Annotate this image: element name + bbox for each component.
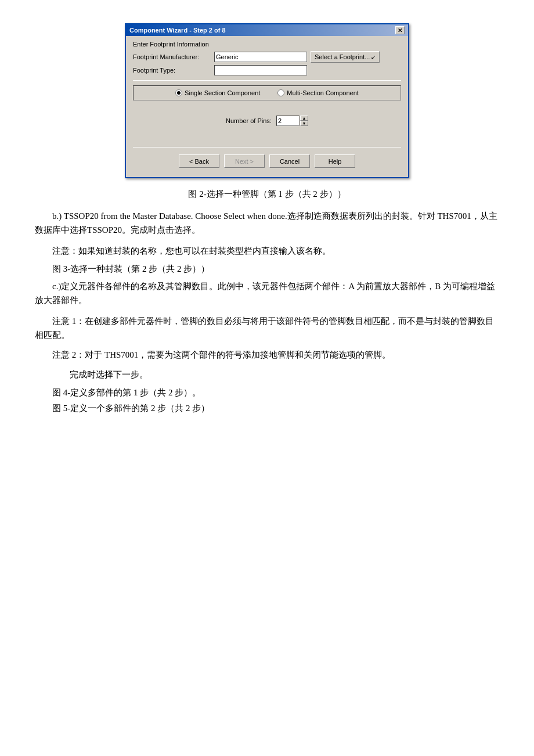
next-button[interactable]: Next > — [224, 154, 265, 168]
dialog-wrapper: Component Wizard - Step 2 of 8 ✕ Enter F… — [35, 23, 499, 178]
spinner-up-button[interactable]: ▲ — [300, 116, 308, 121]
radio-circle-multi — [277, 89, 284, 96]
component-wizard-dialog: Component Wizard - Step 2 of 8 ✕ Enter F… — [125, 23, 409, 178]
manufacturer-label: Footprint Manufacturer: — [133, 53, 214, 60]
complete-text: 完成时选择下一步。 — [35, 368, 499, 381]
fig3-caption: 图 3-选择一种封装（第 2 步（共 2 步）） — [35, 264, 499, 275]
note1: 注意：如果知道封装的名称，您也可以在封装类型栏内直接输入该名称。 — [35, 244, 499, 258]
type-input[interactable] — [214, 65, 307, 75]
single-section-label: Single Section Component — [185, 89, 260, 96]
cursor-icon: ↙ — [371, 54, 376, 60]
dialog-body: Enter Footprint Information Footprint Ma… — [126, 36, 408, 177]
manufacturer-row: Footprint Manufacturer: Select a Footpri… — [133, 51, 401, 63]
pins-label: Number of Pins: — [226, 117, 272, 124]
help-button[interactable]: Help — [315, 154, 355, 168]
divider-1 — [133, 80, 401, 81]
para-c: c.)定义元器件各部件的名称及其管脚数目。此例中，该元器件包括两个部件：A 为前… — [35, 279, 499, 307]
select-footprint-button[interactable]: Select a Footprint... ↙ — [311, 51, 380, 63]
note3: 注意 2：对于 THS7001，需要为这两个部件的符号添加接地管脚和关闭节能选项… — [35, 348, 499, 362]
radio-row: Single Section Component Multi-Section C… — [133, 85, 401, 100]
fig4-caption: 图 4-定义多部件的第 1 步（共 2 步）。 — [35, 387, 499, 398]
dialog-footer: < Back Next > Cancel Help — [133, 151, 401, 172]
pins-row: Number of Pins: ▲ ▼ — [133, 106, 401, 143]
dialog-titlebar: Component Wizard - Step 2 of 8 ✕ — [126, 24, 408, 36]
footer-divider — [133, 147, 401, 147]
dialog-title: Component Wizard - Step 2 of 8 — [129, 27, 395, 34]
pins-input-wrapper: ▲ ▼ — [276, 116, 308, 126]
type-label: Footprint Type: — [133, 67, 214, 74]
cancel-button[interactable]: Cancel — [269, 154, 310, 168]
section-title: Enter Footprint Information — [133, 41, 401, 48]
close-icon[interactable]: ✕ — [395, 26, 405, 34]
para-b: b.) TSSOP20 from the Master Database. Ch… — [35, 209, 499, 237]
fig5-caption: 图 5-定义一个多部件的第 2 步（共 2 步） — [35, 403, 499, 414]
note2: 注意 1：在创建多部件元器件时，管脚的数目必须与将用于该部件符号的管脚数目相匹配… — [35, 314, 499, 342]
multi-section-radio[interactable]: Multi-Section Component — [277, 89, 359, 96]
spinner-buttons: ▲ ▼ — [300, 116, 308, 126]
back-button[interactable]: < Back — [179, 154, 219, 168]
spinner-down-button[interactable]: ▼ — [300, 121, 308, 126]
fig2-caption: 图 2-选择一种管脚（第 1 步（共 2 步）） — [35, 189, 499, 200]
pins-input[interactable] — [276, 116, 300, 126]
single-section-radio[interactable]: Single Section Component — [175, 89, 260, 96]
manufacturer-input[interactable] — [214, 52, 307, 62]
multi-section-label: Multi-Section Component — [287, 89, 359, 96]
radio-circle-single — [175, 89, 182, 96]
type-row: Footprint Type: — [133, 65, 401, 75]
